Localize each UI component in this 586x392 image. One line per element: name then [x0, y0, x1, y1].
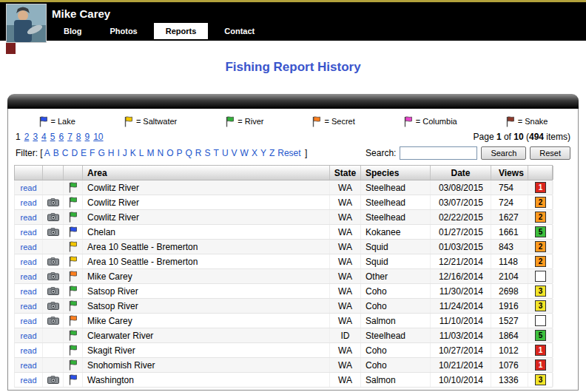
filter-letter-N[interactable]: N: [157, 148, 164, 158]
page-link-4[interactable]: 4: [41, 132, 47, 142]
filter-reset-link[interactable]: Reset: [277, 148, 300, 158]
views-cell: 2698: [491, 284, 528, 298]
masthead: Mike Carey BlogPhotosReportsContact: [0, 2, 586, 41]
filter-letter-K[interactable]: K: [130, 148, 136, 158]
area-cell: Cowlitz River: [83, 210, 330, 224]
filter-letter-F[interactable]: F: [90, 148, 95, 158]
nav-tab-reports[interactable]: Reports: [154, 23, 209, 39]
header-cell-camera: [43, 166, 64, 180]
page-link-1: 1: [16, 132, 21, 142]
species-cell: Salmon: [361, 373, 431, 387]
page-link-9[interactable]: 9: [85, 132, 90, 142]
flag-icon-river: [225, 116, 235, 127]
filter-letter-E[interactable]: E: [81, 148, 87, 158]
state-cell: ID: [330, 328, 361, 342]
state-cell: WA: [330, 254, 361, 268]
date-cell: 01/03/2015: [431, 240, 491, 254]
views-cell: 1012: [491, 343, 528, 357]
read-link[interactable]: read: [20, 183, 36, 192]
nav-tab-contact[interactable]: Contact: [212, 23, 266, 39]
read-link[interactable]: read: [20, 257, 36, 266]
filter-letter-D[interactable]: D: [71, 148, 78, 158]
page-link-10[interactable]: 10: [93, 132, 103, 142]
filter-letter-Y[interactable]: Y: [260, 148, 266, 158]
camera-icon: [47, 302, 59, 310]
filter-letter-R[interactable]: R: [195, 148, 202, 158]
read-link[interactable]: read: [20, 198, 36, 207]
page-summary-mid: of: [502, 132, 514, 142]
views-cell: 1336: [491, 373, 528, 387]
read-link[interactable]: read: [20, 287, 36, 296]
filter-letter-P[interactable]: P: [176, 148, 182, 158]
read-link[interactable]: read: [20, 346, 36, 355]
read-link[interactable]: read: [20, 243, 36, 251]
flag-icon-saltwater: [68, 256, 78, 267]
rating-badge: [535, 315, 546, 326]
filter-letter-T[interactable]: T: [214, 148, 219, 158]
filter-letter-X[interactable]: X: [252, 148, 257, 158]
filter-letter-I[interactable]: I: [117, 148, 119, 158]
header-cell-views: Views: [491, 166, 528, 180]
legend-item-saltwater: = Saltwater: [124, 116, 177, 127]
page-link-5[interactable]: 5: [50, 132, 55, 142]
page-link-7[interactable]: 7: [67, 132, 73, 142]
legend-label: = Lake: [51, 117, 75, 126]
rating-badge: 1: [535, 182, 546, 193]
page-link-3[interactable]: 3: [33, 132, 38, 142]
read-link[interactable]: read: [20, 331, 36, 340]
read-link[interactable]: read: [20, 302, 36, 311]
read-link[interactable]: read: [20, 361, 36, 370]
read-link[interactable]: read: [20, 228, 36, 237]
page-link-6[interactable]: 6: [58, 132, 64, 142]
filter-letter-J[interactable]: J: [123, 148, 127, 158]
nav-tab-blog[interactable]: Blog: [52, 23, 93, 39]
date-cell: 10/21/2014: [431, 358, 491, 372]
filter-links: Filter: [ABCDEFGHIJKLMNOPQRSTUVWXYZReset…: [16, 148, 307, 158]
filter-letter-C[interactable]: C: [62, 148, 69, 158]
filter-letter-S[interactable]: S: [205, 148, 211, 158]
filter-letter-M[interactable]: M: [146, 148, 154, 158]
state-cell: WA: [330, 180, 361, 195]
read-link[interactable]: read: [20, 213, 36, 222]
filter-letter-A[interactable]: A: [44, 148, 50, 158]
rating-badge: 5: [535, 330, 546, 341]
date-cell: 10/27/2014: [431, 343, 491, 357]
read-link[interactable]: read: [20, 376, 36, 385]
search-button[interactable]: Search: [481, 146, 526, 160]
date-cell: 11/10/2014: [431, 314, 491, 328]
species-cell: Steelhead: [361, 328, 431, 342]
pager-row: 12345678910 Page 1 of 10 (494 items): [14, 129, 572, 144]
filter-letter-B[interactable]: B: [53, 148, 59, 158]
filter-letter-Z[interactable]: Z: [269, 148, 275, 158]
page-summary: Page 1 of 10 (494 items): [474, 132, 570, 142]
filter-letter-L[interactable]: L: [139, 148, 144, 158]
views-cell: 754: [491, 180, 528, 195]
filter-letter-W[interactable]: W: [240, 148, 249, 158]
nav-tab-photos[interactable]: Photos: [98, 23, 149, 39]
date-cell: 11/30/2014: [431, 284, 491, 298]
avatar-photo: [7, 4, 46, 42]
species-cell: Coho: [361, 358, 431, 372]
species-cell: Coho: [361, 299, 431, 313]
state-cell: WA: [330, 225, 361, 239]
page-link-8[interactable]: 8: [76, 132, 81, 142]
filter-letter-U[interactable]: U: [222, 148, 229, 158]
reset-button[interactable]: Reset: [530, 146, 570, 160]
read-link[interactable]: read: [20, 317, 36, 325]
search-input[interactable]: [400, 146, 477, 160]
filter-letter-G[interactable]: G: [98, 148, 104, 158]
state-cell: WA: [330, 373, 361, 387]
filter-letter-V[interactable]: V: [232, 148, 238, 158]
filter-letter-Q[interactable]: Q: [186, 148, 192, 158]
rating-badge: 2: [535, 197, 546, 208]
filter-letter-O[interactable]: O: [166, 148, 173, 158]
page-link-2[interactable]: 2: [24, 132, 30, 142]
table-row: readSatsop RiverWACoho11/24/201419163: [14, 299, 553, 314]
read-link[interactable]: read: [20, 272, 36, 281]
table-row: readSkagit RiverWACoho10/27/201410121: [14, 343, 553, 358]
table-row: readArea 10 Seattle - BremertonWASquid12…: [14, 254, 553, 269]
filter-letter-H[interactable]: H: [108, 148, 115, 158]
date-cell: 12/21/2014: [431, 254, 491, 268]
state-cell: WA: [330, 195, 361, 209]
flag-icon-snake: [505, 116, 515, 127]
